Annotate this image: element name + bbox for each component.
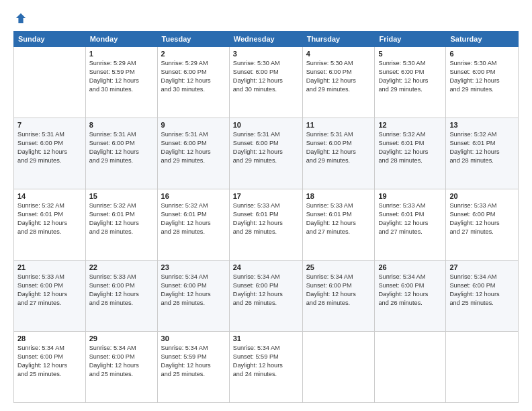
day-number: 13	[449, 121, 515, 129]
calendar-header-friday: Friday	[375, 32, 446, 47]
day-info: Sunrise: 5:34 AMSunset: 5:59 PMDaylight:…	[161, 344, 226, 379]
day-info: Sunrise: 5:31 AMSunset: 6:00 PMDaylight:…	[17, 130, 82, 165]
calendar-cell: 25Sunrise: 5:34 AMSunset: 6:00 PMDayligh…	[302, 261, 375, 332]
calendar-cell: 28Sunrise: 5:34 AMSunset: 6:00 PMDayligh…	[14, 332, 86, 403]
day-number: 12	[378, 121, 442, 129]
logo	[13, 12, 27, 24]
calendar-cell: 7Sunrise: 5:31 AMSunset: 6:00 PMDaylight…	[14, 118, 86, 189]
calendar-cell: 21Sunrise: 5:33 AMSunset: 6:00 PMDayligh…	[14, 261, 86, 332]
calendar-cell: 29Sunrise: 5:34 AMSunset: 6:00 PMDayligh…	[85, 332, 157, 403]
day-number: 16	[161, 192, 226, 200]
calendar-header-saturday: Saturday	[446, 32, 519, 47]
day-number: 18	[306, 192, 371, 200]
day-number: 8	[89, 121, 154, 129]
calendar-cell	[375, 332, 446, 403]
day-number: 17	[233, 192, 299, 200]
day-number: 7	[17, 121, 82, 129]
calendar-cell: 6Sunrise: 5:30 AMSunset: 6:00 PMDaylight…	[446, 47, 519, 118]
day-info: Sunrise: 5:34 AMSunset: 6:00 PMDaylight:…	[161, 273, 226, 308]
calendar-cell: 1Sunrise: 5:29 AMSunset: 5:59 PMDaylight…	[85, 47, 157, 118]
day-number: 23	[161, 263, 226, 271]
day-info: Sunrise: 5:33 AMSunset: 6:01 PMDaylight:…	[378, 201, 442, 236]
day-number: 27	[449, 263, 515, 271]
calendar-cell: 16Sunrise: 5:32 AMSunset: 6:01 PMDayligh…	[157, 189, 229, 261]
day-info: Sunrise: 5:34 AMSunset: 6:00 PMDaylight:…	[449, 273, 515, 308]
header	[13, 12, 519, 24]
day-info: Sunrise: 5:34 AMSunset: 5:59 PMDaylight:…	[233, 344, 299, 379]
day-number: 21	[17, 263, 82, 271]
day-info: Sunrise: 5:30 AMSunset: 6:00 PMDaylight:…	[306, 59, 371, 94]
calendar-week-3: 14Sunrise: 5:32 AMSunset: 6:01 PMDayligh…	[14, 189, 519, 261]
day-info: Sunrise: 5:34 AMSunset: 6:00 PMDaylight:…	[89, 344, 154, 379]
calendar-cell	[302, 332, 375, 403]
day-info: Sunrise: 5:30 AMSunset: 6:00 PMDaylight:…	[378, 59, 442, 94]
calendar-cell: 24Sunrise: 5:34 AMSunset: 6:00 PMDayligh…	[229, 261, 302, 332]
day-info: Sunrise: 5:33 AMSunset: 6:01 PMDaylight:…	[233, 201, 299, 236]
day-info: Sunrise: 5:33 AMSunset: 6:00 PMDaylight:…	[89, 273, 154, 308]
calendar-header-monday: Monday	[85, 32, 157, 47]
calendar-cell: 12Sunrise: 5:32 AMSunset: 6:01 PMDayligh…	[375, 118, 446, 189]
day-info: Sunrise: 5:33 AMSunset: 6:00 PMDaylight:…	[17, 273, 82, 308]
day-number: 31	[233, 334, 299, 342]
calendar-cell: 13Sunrise: 5:32 AMSunset: 6:01 PMDayligh…	[446, 118, 519, 189]
page: SundayMondayTuesdayWednesdayThursdayFrid…	[0, 0, 532, 411]
calendar-header-sunday: Sunday	[14, 32, 86, 47]
day-info: Sunrise: 5:32 AMSunset: 6:01 PMDaylight:…	[161, 201, 226, 236]
calendar-cell: 5Sunrise: 5:30 AMSunset: 6:00 PMDaylight…	[375, 47, 446, 118]
calendar-cell: 31Sunrise: 5:34 AMSunset: 5:59 PMDayligh…	[229, 332, 302, 403]
day-info: Sunrise: 5:34 AMSunset: 6:00 PMDaylight:…	[306, 273, 371, 308]
calendar-header-thursday: Thursday	[302, 32, 375, 47]
calendar-cell: 3Sunrise: 5:30 AMSunset: 6:00 PMDaylight…	[229, 47, 302, 118]
calendar-cell: 22Sunrise: 5:33 AMSunset: 6:00 PMDayligh…	[85, 261, 157, 332]
calendar-week-5: 28Sunrise: 5:34 AMSunset: 6:00 PMDayligh…	[14, 332, 519, 403]
day-info: Sunrise: 5:34 AMSunset: 6:00 PMDaylight:…	[378, 273, 442, 308]
calendar-week-2: 7Sunrise: 5:31 AMSunset: 6:00 PMDaylight…	[14, 118, 519, 189]
calendar-week-1: 1Sunrise: 5:29 AMSunset: 5:59 PMDaylight…	[14, 47, 519, 118]
day-number: 20	[449, 192, 515, 200]
day-number: 6	[449, 50, 515, 58]
day-info: Sunrise: 5:33 AMSunset: 6:00 PMDaylight:…	[449, 201, 515, 236]
day-number: 9	[161, 121, 226, 129]
day-number: 26	[378, 263, 442, 271]
day-number: 2	[161, 50, 226, 58]
day-info: Sunrise: 5:34 AMSunset: 6:00 PMDaylight:…	[17, 344, 82, 379]
calendar-cell: 23Sunrise: 5:34 AMSunset: 6:00 PMDayligh…	[157, 261, 229, 332]
calendar-cell: 26Sunrise: 5:34 AMSunset: 6:00 PMDayligh…	[375, 261, 446, 332]
day-info: Sunrise: 5:31 AMSunset: 6:00 PMDaylight:…	[161, 130, 226, 165]
calendar-cell: 30Sunrise: 5:34 AMSunset: 5:59 PMDayligh…	[157, 332, 229, 403]
day-info: Sunrise: 5:34 AMSunset: 6:00 PMDaylight:…	[233, 273, 299, 308]
calendar-cell: 9Sunrise: 5:31 AMSunset: 6:00 PMDaylight…	[157, 118, 229, 189]
day-number: 4	[306, 50, 371, 58]
day-number: 24	[233, 263, 299, 271]
day-number: 11	[306, 121, 371, 129]
day-number: 29	[89, 334, 154, 342]
calendar-week-4: 21Sunrise: 5:33 AMSunset: 6:00 PMDayligh…	[14, 261, 519, 332]
calendar-cell: 27Sunrise: 5:34 AMSunset: 6:00 PMDayligh…	[446, 261, 519, 332]
calendar-cell: 11Sunrise: 5:31 AMSunset: 6:00 PMDayligh…	[302, 118, 375, 189]
day-number: 19	[378, 192, 442, 200]
calendar-cell	[446, 332, 519, 403]
calendar-header-wednesday: Wednesday	[229, 32, 302, 47]
day-number: 3	[233, 50, 299, 58]
calendar-cell: 8Sunrise: 5:31 AMSunset: 6:00 PMDaylight…	[85, 118, 157, 189]
calendar-header-tuesday: Tuesday	[157, 32, 229, 47]
day-info: Sunrise: 5:29 AMSunset: 6:00 PMDaylight:…	[161, 59, 226, 94]
day-info: Sunrise: 5:32 AMSunset: 6:01 PMDaylight:…	[449, 130, 515, 165]
day-number: 10	[233, 121, 299, 129]
calendar-cell: 10Sunrise: 5:31 AMSunset: 6:00 PMDayligh…	[229, 118, 302, 189]
calendar-table: SundayMondayTuesdayWednesdayThursdayFrid…	[13, 31, 519, 403]
calendar-cell: 19Sunrise: 5:33 AMSunset: 6:01 PMDayligh…	[375, 189, 446, 261]
day-info: Sunrise: 5:32 AMSunset: 6:01 PMDaylight:…	[89, 201, 154, 236]
day-info: Sunrise: 5:33 AMSunset: 6:01 PMDaylight:…	[306, 201, 371, 236]
day-number: 15	[89, 192, 154, 200]
day-info: Sunrise: 5:31 AMSunset: 6:00 PMDaylight:…	[306, 130, 371, 165]
day-info: Sunrise: 5:32 AMSunset: 6:01 PMDaylight:…	[378, 130, 442, 165]
day-info: Sunrise: 5:31 AMSunset: 6:00 PMDaylight:…	[89, 130, 154, 165]
day-info: Sunrise: 5:31 AMSunset: 6:00 PMDaylight:…	[233, 130, 299, 165]
calendar-cell: 20Sunrise: 5:33 AMSunset: 6:00 PMDayligh…	[446, 189, 519, 261]
calendar-cell: 17Sunrise: 5:33 AMSunset: 6:01 PMDayligh…	[229, 189, 302, 261]
day-info: Sunrise: 5:32 AMSunset: 6:01 PMDaylight:…	[17, 201, 82, 236]
calendar-cell: 15Sunrise: 5:32 AMSunset: 6:01 PMDayligh…	[85, 189, 157, 261]
logo-icon	[15, 12, 27, 24]
day-number: 5	[378, 50, 442, 58]
